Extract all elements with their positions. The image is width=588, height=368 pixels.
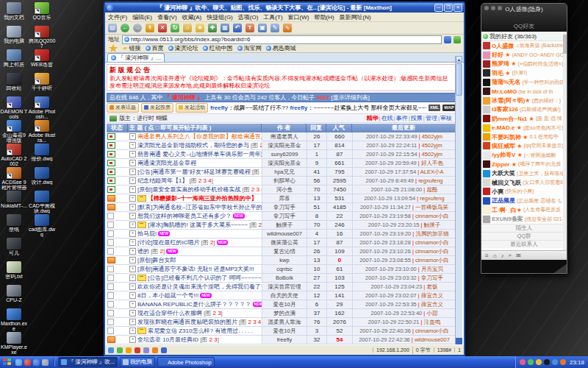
expand-icon[interactable]: + [129,319,136,325]
maximize-button[interactable]: ❐ [444,4,453,12]
stats-detail-link[interactable]: [显示详细列表] [331,94,369,101]
last-replier-link[interactable]: cinnamor小白 [415,257,449,263]
last-replier-link[interactable]: 4502yjm [422,133,442,140]
expand-icon[interactable]: + [129,328,136,334]
qq-scrollbar[interactable] [563,32,567,250]
last-replier-link[interactable]: wildmouse007 [415,336,450,343]
desktop-icon-QQ音乐[interactable]: ◥QQ音乐 [28,2,56,25]
thread-title-link[interactable]: 现在适合穿些什么衣服啊 [137,309,202,317]
author-cell[interactable]: 拿刀写手 [262,203,306,211]
expand-icon[interactable]: + [129,275,136,281]
thread-title-link[interactable]: BANANA REPUBLIC是什么牌子？？？？？ [137,300,251,308]
status-icon-1[interactable] [117,347,123,353]
link-濠滨论坛[interactable]: e濠滨论坛 [168,44,198,52]
qq-contact[interactable]: 械回义飞跃(女口果人尔驼着E [481,178,567,187]
last-replier-link[interactable]: 老饭 [426,283,437,290]
qq-title-bar[interactable]: O人盛微(隐身) QQ好友 [481,4,567,32]
table-row[interactable]: +纪念结婚周年【1】[图 2 3 4]剑胆琴心5625952007-10-29 … [107,177,456,185]
last-replier-link[interactable]: 月亮宝贝 [421,266,443,272]
qq-contact[interactable]: O人盛微♫后海男孩 (Backstre [481,41,567,50]
expand-icon[interactable]: + [129,204,136,210]
status-icon-2[interactable] [126,347,132,353]
expand-icon[interactable]: + [129,301,136,308]
author-cell[interactable]: 爱在10月 [262,327,306,335]
desktop-icon-NokiaMT-...[interactable]: NokiaMT-... [0,191,28,213]
edit-icon[interactable]: ✎ [270,24,279,32]
thread-title-link[interactable]: [公告]已经看不到几个认识的了 呵呵~~~~~~~ [148,274,262,282]
link-百度[interactable]: e百度 [146,44,164,52]
page-links[interactable]: [图 2 3 4 5] [242,185,262,194]
new-page-icon[interactable]: ▤ [108,24,117,32]
shout-user[interactable]: freefly [210,105,228,111]
menu-文件(F)[interactable]: 文件(F) [108,13,127,21]
last-replier-link[interactable]: cinnamor小白 [415,213,449,219]
last-replier-link[interactable]: cinnamor小白 [415,248,449,255]
author-cell[interactable]: suny62099 [262,150,306,158]
author-cell[interactable]: 触摸子 [262,221,306,229]
button-发起投票[interactable]: 发起投票 [141,103,173,113]
undo-icon[interactable]: ↶ [233,24,242,32]
refresh-icon[interactable]: ↻ [171,24,179,32]
desktop-icon-腾讯QQ2007[interactable]: ◥腾讯QQ2007 [28,26,56,49]
scroll-up-arrow[interactable]: ▲ [456,56,462,63]
thread-title-link[interactable]: 慈善南通 爱心义卖--山地情怀单车俱乐部一周年活动圆满成功 [137,150,262,158]
table-row[interactable]: +[公告]已经看不到几个认识的了 呵呵~~~~~~~[图 2]NEWBoBoIk… [107,274,456,283]
desktop-icon-密码.txt[interactable]: 密码.txt [0,261,28,284]
thread-title-link[interactable]: 欢欢你还是让灵魂出来洗个澡吧，先得我们看了一头雾水的 [137,283,262,291]
table-row[interactable]: +[讨论]现在最红的IC唱片[图 2]NEW微笑蒲公英17872007-10-2… [107,238,456,247]
thread-title-link[interactable]: 濠滨阳光基金新增捐助模式，期待您的参与 [137,141,249,149]
desktop-icon-Adobe Photosh...[interactable]: ◥Adobe Photosh... [28,96,56,119]
qq-scroll-thumb[interactable] [563,35,567,54]
qq-contact[interactable]: 羽毛 ★(扒草!) [481,68,567,77]
expand-icon[interactable]: + [129,230,136,237]
author-cell[interactable]: 剑胆琴心 [262,177,306,185]
admin-link-事件[interactable]: 事件 [396,115,408,121]
author-cell[interactable]: 南通老男人 [262,132,306,141]
last-replier-link[interactable]: 小甜 [426,310,437,316]
links-folder[interactable]: ▰链接 [123,44,140,52]
page-links[interactable]: [图 2 3] [252,168,262,176]
author-cell[interactable]: 白天的天使 [262,291,306,300]
table-row[interactable]: +BANANA REPUBLIC是什么牌子？？？？？NEW爱在10月629200… [107,300,456,309]
quick-launch-icon-2[interactable] [33,359,40,366]
expand-icon[interactable]: + [129,292,136,299]
qq-tool-icon-1[interactable]: ⌂ [493,252,497,259]
last-replier-link[interactable]: regxufeng [418,177,442,184]
qq-tool-icon-3[interactable]: ⌕ [509,252,512,259]
tray-icon-3[interactable] [544,359,550,365]
tray-icon-0[interactable] [520,359,526,365]
admin-link-审核[interactable]: 审核 [440,115,452,121]
table-row[interactable]: +[公告]南通市第一届“好友”杯足球赛竞赛规程[图 2 3]hpa兄兄41795… [107,168,456,177]
author-cell[interactable]: freefly [262,336,306,344]
desktop-icon-WEB迅雷[interactable]: ◥WEB迅雷 [28,49,56,72]
button-发起活动[interactable]: 发起活动 [176,103,208,113]
table-row[interactable]: +索尼爱立信 Z310怎么样? 有谁用过. . . . .爱在10月352200… [107,327,456,336]
qq-contact[interactable]: e.MAD.e ★(图so黑色闲不可爱) [481,124,567,132]
author-cell[interactable]: 濠滨首席管理 [262,283,306,291]
thread-title-link[interactable]: 谁的 [137,247,149,255]
last-replier-link[interactable]: 拿刀写手 [421,275,443,281]
groups-icon[interactable]: ✚ [208,24,217,32]
expand-icon[interactable]: + [129,213,136,219]
desktop-icon-千千静听[interactable]: ◥千千静听 [28,73,56,96]
scroll-thumb[interactable] [456,63,462,96]
status-icon-6[interactable] [161,347,167,353]
close-button[interactable]: ✕ [453,4,462,12]
last-replier-link[interactable]: 4502yjm [421,142,442,149]
table-row[interactable]: +[默哀]为南通名校--江苏省如东中学校长孙止平的意外去世默哀![图 2 3 4… [107,203,456,212]
author-cell[interactable]: wildmouse007 [262,230,306,238]
qq-group-header[interactable]: 我的好友 (36/363) [481,32,567,41]
qq-contact[interactable]: 不要叫凯神 ★0.1 在黑暗中 [481,132,567,141]
thread-title-link[interactable]: 发现张辉晓在南通百度贴吧装拍的图片 [137,318,237,326]
tile-icon[interactable]: ▣ [258,24,267,32]
qq-contact[interactable]: 冰雪(阿々明)★(西的维好：) [481,96,567,105]
thread-title-link[interactable]: [默哀]为南通名校--江苏省如东中学校长孙止平的意外去世默哀! [137,203,262,211]
page-links[interactable]: [图 2] [251,141,262,149]
last-replier-link[interactable]: 一首稀饭鸟笑 [415,204,448,210]
menu-查看(V)[interactable]: 查看(V) [157,13,177,21]
author-cell[interactable]: 席慕 [262,194,306,202]
qq-group-最近联系人[interactable]: 最近联系人 [481,240,567,248]
page-links[interactable]: [图 2] [201,238,215,247]
qq-contact[interactable]: Mr.LoMO(be in sick of th [481,87,567,96]
author-cell[interactable]: 梦的点滴 [262,309,306,317]
